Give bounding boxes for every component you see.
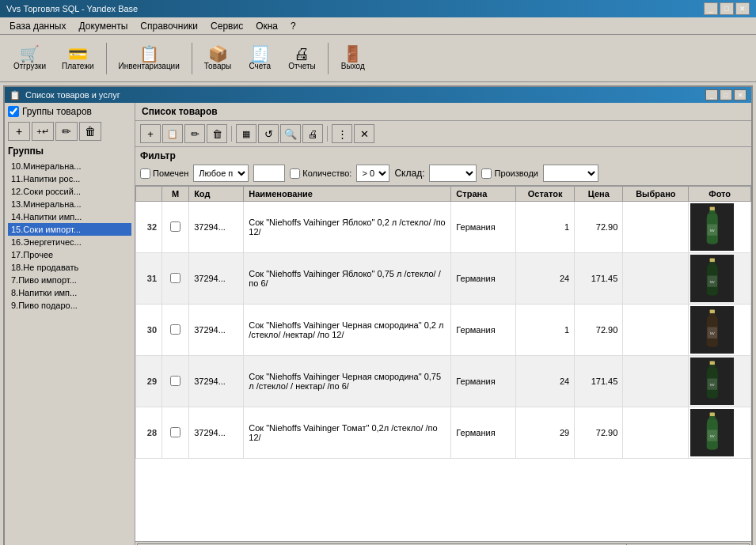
window-controls[interactable]: _ □ ✕ — [705, 89, 747, 100]
menu-service[interactable]: Сервис — [204, 19, 249, 33]
toolbar-btn-goods[interactable]: 📦 Товары — [197, 39, 238, 78]
window-maximize-btn[interactable]: □ — [720, 89, 732, 100]
window-minimize-btn[interactable]: _ — [705, 89, 718, 100]
filter-qty-op-select[interactable]: > 0 — [356, 165, 389, 182]
filter-marked-label: Помечен — [153, 168, 188, 178]
group-item-7[interactable]: 7.Пиво импорт... — [8, 274, 131, 286]
list-close-btn[interactable]: ✕ — [354, 124, 374, 143]
row-checkbox[interactable] — [170, 376, 180, 386]
products-table-container[interactable]: М Код Наименование Страна Остаток Цена В… — [135, 186, 751, 541]
left-edit-btn[interactable]: ✏ — [55, 122, 78, 141]
filter-qty-checkbox[interactable] — [290, 168, 300, 179]
window-close-btn[interactable]: ✕ — [734, 89, 747, 100]
reports-icon: 🖨 — [294, 46, 310, 62]
group-item-17[interactable]: 17.Прочее — [8, 248, 131, 261]
minimize-btn[interactable]: _ — [704, 2, 718, 15]
cell-checkbox[interactable] — [162, 305, 189, 356]
group-item-14[interactable]: 14.Напитки имп... — [8, 210, 131, 223]
left-add-nested-btn[interactable]: +↵ — [32, 122, 54, 141]
cell-stock: 24 — [515, 253, 574, 305]
filter-color-input[interactable] — [253, 165, 285, 182]
cell-name: Сок "Niehoffs Vaihinger Томат" 0,2л /сте… — [244, 407, 451, 459]
group-item-18[interactable]: 18.Не продавать — [8, 261, 131, 274]
table-row[interactable]: 29 37294... Сок "Niehoffs Vaihinger Черн… — [136, 356, 751, 407]
col-photo[interactable]: Фото — [689, 187, 751, 202]
col-code[interactable]: Код — [189, 187, 244, 202]
row-checkbox[interactable] — [170, 427, 180, 437]
group-item-16[interactable]: 16.Энергетичес... — [8, 236, 131, 248]
filter-warehouse-select[interactable] — [429, 165, 477, 182]
right-panel: Список товаров + 📋 ✏ 🗑 ▦ ↺ 🔍 🖨 ⋮ ✕ Фильт… — [135, 103, 751, 545]
toolbar-btn-inventory[interactable]: 📋 Инвентаризации — [112, 39, 187, 78]
menu-windows[interactable]: Окна — [249, 19, 284, 33]
col-country[interactable]: Страна — [451, 187, 516, 202]
list-copy-btn[interactable]: 📋 — [162, 124, 183, 143]
svg-rect-8 — [710, 309, 715, 313]
list-add-btn[interactable]: + — [140, 124, 161, 143]
window-icon: 📋 — [9, 90, 21, 100]
col-m[interactable]: М — [162, 187, 189, 202]
payments-icon: 💳 — [68, 46, 88, 62]
left-add-btn[interactable]: + — [8, 122, 30, 141]
row-checkbox[interactable] — [170, 221, 180, 232]
col-name[interactable]: Наименование — [244, 187, 451, 202]
window-title: Список товаров и услуг — [25, 90, 120, 100]
list-edit-btn[interactable]: ✏ — [184, 124, 205, 143]
group-item-10[interactable]: 10.Минеральна... — [8, 160, 131, 172]
toolbar-btn-invoices[interactable]: 🧾 Счета — [240, 39, 279, 78]
col-selected[interactable]: Выбрано — [623, 187, 689, 202]
cell-checkbox[interactable] — [162, 407, 189, 459]
cell-checkbox[interactable] — [162, 253, 189, 305]
list-print-btn[interactable]: 🖨 — [302, 124, 323, 143]
groups-checkbox-container[interactable]: Группы товаров — [8, 106, 131, 117]
table-row[interactable]: 31 37294... Сок "Niehoffs Vaihinger Ябло… — [136, 253, 751, 305]
table-row[interactable]: 28 37294... Сок "Niehoffs Vaihinger Тома… — [136, 407, 751, 459]
group-item-12[interactable]: 12.Соки россий... — [8, 185, 131, 198]
svg-rect-5 — [709, 262, 716, 264]
group-item-11[interactable]: 11.Напитки рос... — [8, 172, 131, 185]
toolbar-btn-shipments[interactable]: 🛒 Отгрузки — [6, 39, 53, 78]
svg-rect-17 — [709, 416, 716, 418]
toolbar-btn-exit[interactable]: 🚪 Выход — [333, 39, 373, 78]
col-stock[interactable]: Остаток — [515, 187, 574, 202]
toolbar-btn-payments[interactable]: 💳 Платежи — [55, 39, 101, 78]
col-price[interactable]: Цена — [575, 187, 623, 202]
title-bar-controls[interactable]: _ □ ✕ — [704, 2, 750, 15]
menu-help[interactable]: ? — [284, 19, 302, 33]
groups-checkbox[interactable] — [8, 106, 19, 117]
maximize-btn[interactable]: □ — [720, 2, 734, 15]
filter-producer-select[interactable] — [543, 165, 598, 182]
cell-checkbox[interactable] — [162, 356, 189, 407]
cell-price: 72.90 — [575, 202, 623, 253]
table-row[interactable]: 30 37294... Сок "Niehoffs Vaihinger Черн… — [136, 305, 751, 356]
group-item-9[interactable]: 9.Пиво подаро... — [8, 299, 131, 312]
table-row[interactable]: 32 37294... Сок "Niehoffs Vaihinger Ябло… — [136, 202, 751, 253]
menu-database[interactable]: База данных — [3, 19, 72, 33]
left-panel: Группы товаров + +↵ ✏ 🗑 Группы 10.Минера… — [5, 103, 135, 545]
group-item-13[interactable]: 13.Минеральна... — [8, 198, 131, 210]
menu-documents[interactable]: Документы — [72, 19, 134, 33]
filter-marked-checkbox[interactable] — [140, 168, 150, 179]
product-image: NV — [690, 409, 734, 456]
list-more-btn[interactable]: ⋮ — [332, 124, 352, 143]
cell-checkbox[interactable] — [162, 202, 189, 253]
row-checkbox[interactable] — [170, 273, 180, 283]
horizontal-scrollbar[interactable] — [135, 541, 751, 545]
menu-references[interactable]: Справочники — [134, 19, 204, 33]
list-barcode-btn[interactable]: ▦ — [236, 124, 256, 143]
toolbar-label-exit: Выход — [341, 62, 365, 70]
filter-producer-checkbox[interactable] — [481, 168, 492, 179]
cell-stock: 1 — [515, 305, 574, 356]
cell-price: 72.90 — [575, 305, 623, 356]
toolbar-btn-reports[interactable]: 🖨 Отчеты — [281, 39, 323, 78]
close-btn-main[interactable]: ✕ — [735, 2, 750, 15]
group-item-15[interactable]: 15.Соки импорт... — [8, 223, 131, 236]
left-delete-btn[interactable]: 🗑 — [79, 122, 101, 141]
list-delete-btn[interactable]: 🗑 — [207, 124, 227, 143]
list-search-btn[interactable]: 🔍 — [280, 124, 301, 143]
group-item-8[interactable]: 8.Напитки имп... — [8, 286, 131, 299]
cell-country: Германия — [451, 407, 516, 459]
filter-any-select[interactable]: Любое п — [193, 165, 249, 182]
row-checkbox[interactable] — [170, 324, 180, 335]
list-refresh-btn[interactable]: ↺ — [258, 124, 279, 143]
